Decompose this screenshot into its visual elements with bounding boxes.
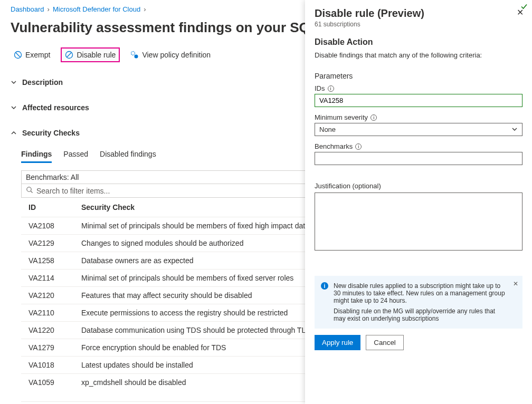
policy-icon <box>130 51 139 59</box>
disable-rule-button[interactable]: Disable rule <box>62 49 119 61</box>
breadcrumb-separator: › <box>144 5 146 13</box>
cell-id: VA2120 <box>28 291 81 300</box>
disable-action-heading: Disable Action <box>315 37 522 47</box>
close-notice-button[interactable]: ✕ <box>513 280 518 287</box>
search-icon <box>26 186 33 195</box>
cell-id: VA2129 <box>28 239 81 247</box>
panel-subtitle: 61 subscriptions <box>315 21 522 28</box>
disable-icon <box>65 51 73 59</box>
cell-id: VA2114 <box>28 274 81 282</box>
chevron-down-icon <box>511 126 518 134</box>
info-icon[interactable]: i <box>370 114 377 121</box>
exempt-icon <box>14 51 22 59</box>
cell-id: VA1220 <box>28 326 81 334</box>
chevron-down-icon <box>11 79 17 85</box>
cell-id: VA1018 <box>28 361 81 369</box>
apply-rule-button[interactable]: Apply rule <box>315 335 360 350</box>
severity-select[interactable]: None <box>315 123 522 136</box>
breadcrumb-item[interactable]: Dashboard <box>11 5 44 13</box>
chevron-up-icon <box>11 130 17 136</box>
view-policy-button[interactable]: View policy definition <box>127 49 214 61</box>
panel-title: Disable rule (Preview) <box>315 7 522 20</box>
chevron-down-icon <box>11 104 17 111</box>
view-policy-label: View policy definition <box>142 51 211 59</box>
tab-passed[interactable]: Passed <box>63 147 88 163</box>
benchmarks-input[interactable] <box>315 152 522 165</box>
disable-rule-label: Disable rule <box>77 51 116 59</box>
cell-id: VA1059 <box>28 378 81 387</box>
info-notice: i ✕ New disable rules applied to a subsc… <box>315 276 522 329</box>
cell-id: VA2110 <box>28 309 81 317</box>
ids-input[interactable] <box>315 94 522 107</box>
disable-action-desc: Disable findings that match any of the f… <box>315 51 522 59</box>
panel-actions: Apply rule Cancel <box>315 335 522 350</box>
column-id[interactable]: ID <box>28 203 81 211</box>
justification-textarea[interactable] <box>315 193 522 251</box>
notice-text-2: Disabling rule on the MG will apply/over… <box>334 307 509 322</box>
tab-disabled-findings[interactable]: Disabled findings <box>100 147 156 163</box>
info-icon: i <box>321 282 328 290</box>
cancel-button[interactable]: Cancel <box>366 335 404 350</box>
ids-label: IDs i <box>315 84 522 92</box>
notice-text-1: New disable rules applied to a subscript… <box>334 282 509 304</box>
justification-label: Justification (optional) <box>315 182 522 190</box>
tab-findings[interactable]: Findings <box>21 147 52 163</box>
cell-id: VA1258 <box>28 256 81 265</box>
severity-label: Minimum severity i <box>315 113 522 121</box>
svg-point-3 <box>135 55 138 59</box>
check-icon <box>520 3 528 12</box>
disable-rule-panel: ✕ Disable rule (Preview) 61 subscription… <box>305 0 532 404</box>
svg-point-2 <box>131 52 135 55</box>
exempt-button[interactable]: Exempt <box>11 49 53 61</box>
svg-point-4 <box>27 187 31 191</box>
breadcrumb-item[interactable]: Microsoft Defender for Cloud <box>53 5 140 13</box>
info-icon[interactable]: i <box>355 143 362 150</box>
cell-id: VA2108 <box>28 222 81 230</box>
benchmarks-label: Benchmarks i <box>315 142 522 150</box>
cell-id: VA1279 <box>28 343 81 352</box>
parameters-label: Parameters <box>315 72 522 80</box>
info-icon[interactable]: i <box>328 85 334 92</box>
exempt-label: Exempt <box>25 51 50 59</box>
breadcrumb-separator: › <box>48 5 50 13</box>
search-placeholder: Search to filter items... <box>36 187 110 195</box>
